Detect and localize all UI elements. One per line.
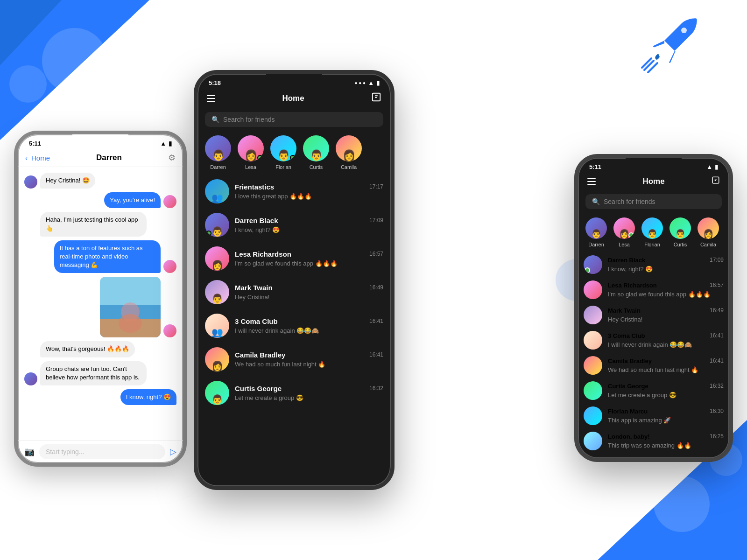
chat-content: 3 Coma Club 16:41 I will never drink aga…: [608, 332, 724, 349]
hamburger-menu[interactable]: [207, 95, 215, 102]
story-item[interactable]: 👨 Darren: [205, 135, 231, 170]
chat-header: Lesa Richardson 16:57: [235, 250, 383, 258]
chat-avatar: 👨: [205, 381, 229, 405]
message-row: Yay, you're alive!: [24, 192, 176, 208]
chat-avatar: 👩: [205, 347, 229, 371]
message-bubble: Hey Cristina! 🤩: [40, 173, 95, 189]
chat-name: Lesa Richardson: [608, 282, 657, 289]
chat-header: Darren Black 17:09: [235, 217, 383, 224]
story-item[interactable]: 👨 Darren: [585, 217, 607, 247]
story-name: Lesa: [619, 242, 630, 247]
chat-item[interactable]: 3 Coma Club 16:41 I will never drink aga…: [578, 328, 729, 353]
chat-name: Camila Bradley: [235, 351, 285, 359]
chat-header: Curtis George 16:32: [235, 385, 383, 392]
search-bar-center[interactable]: 🔍 Search for friends: [205, 112, 383, 127]
nav-bar-right: Home: [578, 172, 729, 190]
chat-message: I know, right? 😍: [608, 266, 653, 273]
chat-item[interactable]: Curtis George 16:32 Let me create a grou…: [578, 378, 729, 403]
chat-item[interactable]: 👥 Frientastics 17:17 I love this great a…: [197, 175, 391, 208]
message-row: Group chats are fun too. Can't believe h…: [24, 361, 176, 385]
chat-message: Hey Cristina!: [608, 316, 642, 323]
chat-item[interactable]: 👨 Curtis George 16:32 Let me create a gr…: [197, 376, 391, 410]
story-item[interactable]: 👨 Curtis: [669, 217, 691, 247]
hamburger-line: [207, 95, 215, 96]
story-item[interactable]: 👩 Camila: [336, 135, 362, 170]
story-item[interactable]: 👩 Lesa: [238, 135, 264, 170]
phone-right: 5:11 ▲ ▮ Home 🔍: [574, 154, 733, 462]
chat-content: Frientastics 17:17 I love this great app…: [235, 183, 383, 200]
story-item[interactable]: 👩 Lesa: [613, 217, 635, 247]
chat-name: Darren Black: [608, 257, 645, 264]
chat-message: This app is amazing 🚀: [608, 417, 671, 424]
chat-item[interactable]: 👩 Camila Bradley 16:41 We had so much fu…: [197, 343, 391, 376]
message-input[interactable]: Start typing...: [39, 444, 165, 459]
message-bubble: Group chats are fun too. Can't believe h…: [40, 361, 147, 385]
hamburger-menu-right[interactable]: [587, 178, 596, 185]
time-center: 5:18: [209, 79, 221, 86]
hamburger-line: [587, 184, 596, 185]
chat-content: Curtis George 16:32 Let me create a grou…: [608, 383, 724, 399]
chat-content: Curtis George 16:32 Let me create a grou…: [235, 385, 383, 402]
chat-item[interactable]: Florian Marcu 16:30 This app is amazing …: [578, 403, 729, 428]
chat-item[interactable]: 👥 3 Coma Club 16:41 I will never drink a…: [197, 309, 391, 343]
search-bar-right[interactable]: 🔍 Search for friends: [585, 194, 722, 209]
story-item[interactable]: 👨 Florian: [641, 217, 663, 247]
notch-left: [72, 134, 128, 146]
chat-item[interactable]: Lesa Richardson 16:57 I'm so glad we fou…: [578, 277, 729, 302]
send-icon[interactable]: ▷: [170, 447, 176, 457]
photo-message: [100, 277, 161, 337]
back-label[interactable]: Home: [31, 154, 50, 162]
bg-circle-3: [654, 476, 710, 532]
chat-item[interactable]: 👩 Lesa Richardson 16:57 I'm so glad we f…: [197, 242, 391, 275]
chat-time: 16:49: [710, 307, 724, 314]
bg-circle-1: [42, 28, 107, 93]
chat-item[interactable]: Darren Black 17:09 I know, right? 😍: [578, 252, 729, 277]
online-indicator: [290, 155, 296, 161]
notch-right: [626, 158, 682, 169]
wifi-icon-left: ▲: [160, 140, 166, 147]
compose-icon-right[interactable]: [712, 176, 720, 187]
story-item[interactable]: 👩 Camila: [698, 217, 719, 247]
chat-header: London, baby! 16:25: [608, 433, 724, 440]
chat-message: I will never drink again 😂😂🙈: [235, 327, 319, 334]
chat-name: London, baby!: [608, 433, 650, 440]
chat-content: Camila Bradley 16:41 We had so much fun …: [608, 357, 724, 374]
settings-icon[interactable]: ⚙: [168, 153, 176, 163]
chat-avatar: 👨: [205, 213, 229, 237]
chat-item[interactable]: London, baby! 16:25 This trip was so ama…: [578, 428, 729, 454]
chat-item[interactable]: 👨 Mark Twain 16:49 Hey Cristina!: [197, 275, 391, 309]
nav-title-right: Home: [642, 177, 664, 186]
chat-avatar: [584, 331, 602, 350]
avatar: [163, 324, 176, 337]
hamburger-line: [587, 181, 596, 182]
chat-item[interactable]: Camila Bradley 16:41 We had so much fun …: [578, 353, 729, 378]
chat-header: Curtis George 16:32: [608, 383, 724, 390]
notch-center: [266, 74, 322, 85]
online-indicator: [257, 155, 263, 161]
chat-content: Mark Twain 16:49 Hey Cristina!: [235, 284, 383, 301]
message-bubble: Wow, that's gorgeous! 🔥🔥🔥: [40, 341, 135, 357]
chat-name: 3 Coma Club: [608, 332, 645, 339]
chat-avatar: 👨: [205, 280, 229, 304]
back-button[interactable]: ‹: [25, 154, 28, 162]
chat-item[interactable]: 👨 Darren Black 17:09 I know, right? 😍: [197, 208, 391, 242]
chat-time: 17:09: [710, 257, 724, 263]
chat-list-right: Darren Black 17:09 I know, right? 😍 Lesa…: [578, 252, 729, 458]
story-avatar: 👨: [669, 217, 691, 239]
stories-row-center: 👨 Darren 👩 Lesa 👨 Florian: [197, 131, 391, 175]
story-item[interactable]: 👨 Curtis: [303, 135, 329, 170]
online-indicator: [628, 232, 634, 238]
camera-icon[interactable]: 📷: [24, 447, 35, 457]
avatar: [163, 260, 176, 273]
search-icon-center: 🔍: [211, 116, 219, 123]
conversation-header: ‹ Home Darren ⚙: [18, 149, 183, 167]
story-name: Camila: [341, 164, 357, 170]
chat-header: Florian Marcu 16:30: [608, 408, 724, 415]
chat-message: I love this great app 🔥🔥🔥: [235, 193, 312, 200]
story-name: Darren: [588, 242, 604, 247]
story-item[interactable]: 👨 Florian: [270, 135, 296, 170]
phone-left: 5:11 ▲ ▮ ‹ Home Darren ⚙ Hey Cristina! 🤩…: [14, 131, 187, 467]
battery-icon-left: ▮: [169, 140, 172, 147]
chat-item[interactable]: Mark Twain 16:49 Hey Cristina!: [578, 302, 729, 328]
compose-icon[interactable]: [371, 92, 381, 105]
